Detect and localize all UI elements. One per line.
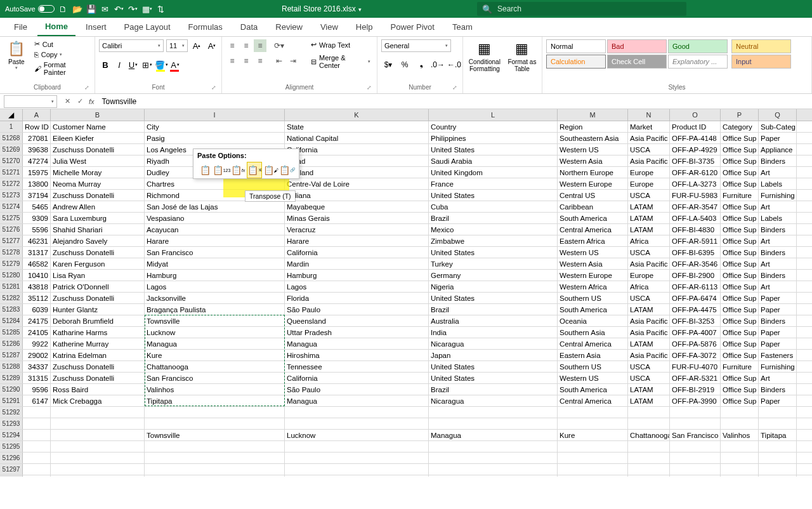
align-left-icon[interactable]: ≡ (226, 55, 239, 67)
cell[interactable]: Appliance (759, 144, 797, 155)
cell[interactable]: Binders (759, 270, 797, 281)
cell[interactable] (51, 441, 145, 452)
cell[interactable]: 31317 (23, 247, 51, 258)
cell[interactable]: LATAM (628, 384, 670, 395)
cell[interactable]: Office Sup (721, 304, 759, 315)
cell[interactable]: Katharine Harms (51, 327, 145, 338)
cell[interactable] (285, 464, 429, 475)
cell[interactable]: 9922 (23, 338, 51, 349)
cell[interactable]: OFF-BI-3735 (670, 155, 721, 166)
cell[interactable]: Western Asia (558, 155, 628, 166)
cell[interactable] (628, 418, 670, 429)
cell[interactable]: Chattanooga (145, 361, 285, 372)
cell[interactable]: Western US (558, 144, 628, 155)
cell[interactable] (759, 475, 797, 477)
cell[interactable]: Office Sup (721, 224, 759, 235)
align-top-icon[interactable]: ≡ (226, 39, 239, 52)
cell[interactable]: 46582 (23, 258, 51, 269)
cell[interactable]: Sub-Categ (759, 121, 797, 132)
tab-view[interactable]: View (313, 18, 346, 36)
cell[interactable]: Office Sup (721, 258, 759, 269)
cell[interactable]: United States (429, 361, 558, 372)
dialog-launcher-icon[interactable]: ⤢ (84, 84, 89, 91)
font-name-dropdown[interactable]: Calibri▾ (99, 39, 164, 52)
cell[interactable] (429, 418, 558, 429)
cell[interactable] (670, 453, 721, 463)
cell[interactable]: Minas Gerais (285, 213, 429, 223)
fill-color-button[interactable]: 🪣▾ (155, 58, 167, 71)
underline-button[interactable]: U▾ (127, 58, 140, 71)
cell[interactable]: LATAM (628, 338, 670, 349)
cell[interactable]: 10410 (23, 270, 51, 281)
cell[interactable] (721, 453, 759, 463)
cell[interactable]: National Capital (285, 133, 429, 143)
cell[interactable]: Office Sup (721, 133, 759, 143)
cell[interactable]: Queensland (285, 315, 429, 326)
cell[interactable] (145, 464, 285, 475)
cell[interactable] (51, 464, 145, 475)
cell[interactable]: Southern Asia (558, 327, 628, 338)
percent-format-icon[interactable]: % (398, 58, 412, 71)
cell[interactable] (51, 407, 145, 418)
paste-values-icon[interactable]: 📋123 (214, 162, 229, 178)
row-header[interactable]: 51277 (0, 235, 23, 246)
comma-format-icon[interactable]: ❟ (414, 58, 428, 71)
cell[interactable]: OFF-LA-3273 (670, 178, 721, 189)
row-header[interactable]: 51280 (0, 270, 23, 281)
borders-button[interactable]: ⊞▾ (141, 58, 154, 71)
cell[interactable]: Brazil (429, 213, 558, 223)
cell[interactable] (285, 418, 429, 429)
style-neutral[interactable]: Neutral (731, 39, 791, 53)
cell[interactable]: California (285, 144, 429, 155)
cell[interactable]: Labels (759, 178, 797, 189)
cell[interactable] (558, 407, 628, 418)
cell[interactable]: Valinhos (145, 384, 285, 395)
style-good[interactable]: Good (668, 39, 728, 53)
format-painter-button[interactable]: 🖌Format Painter (33, 60, 91, 77)
cell[interactable]: OFF-PA-5876 (670, 338, 721, 349)
cell[interactable]: Managua (429, 430, 558, 440)
cell[interactable]: Northern Europe (558, 167, 628, 178)
cell[interactable]: Nicaragua (429, 395, 558, 406)
cell[interactable]: Pasig (145, 133, 285, 143)
cell[interactable]: Managua (285, 395, 429, 406)
cell[interactable]: FUR-FU-4070 (670, 361, 721, 372)
cell[interactable]: Office Sup (721, 395, 759, 406)
cell[interactable] (23, 418, 51, 429)
cell[interactable] (558, 464, 628, 475)
cell[interactable]: Tipitapa (145, 395, 285, 406)
cell[interactable]: City (145, 121, 285, 132)
cell[interactable]: 29002 (23, 350, 51, 360)
worksheet-grid[interactable]: ◢ A B I K L M N O P Q 1Row IDCustomer Na… (0, 109, 812, 477)
cell[interactable]: Region (558, 121, 628, 132)
col-header-P[interactable]: P (721, 109, 759, 121)
undo-icon[interactable]: ↶▾ (114, 4, 124, 14)
cell[interactable]: Western US (558, 247, 628, 258)
cell[interactable]: Office Sup (721, 338, 759, 349)
cell[interactable] (23, 441, 51, 452)
cell[interactable]: 6147 (23, 395, 51, 406)
row-header[interactable]: 51268 (0, 133, 23, 143)
cell[interactable]: Kure (145, 350, 285, 360)
cell[interactable]: Hamburg (285, 270, 429, 281)
new-file-icon[interactable]: 🗋 (58, 4, 69, 14)
row-header[interactable]: 51290 (0, 384, 23, 395)
paste-link-icon[interactable]: 📋🔗 (280, 162, 295, 178)
row-header[interactable]: 51296 (0, 453, 23, 463)
cell[interactable] (721, 475, 759, 477)
paste-formatting-icon[interactable]: 📋🖌 (263, 162, 278, 178)
cell[interactable]: Paper (759, 395, 797, 406)
paste-transpose-icon[interactable]: 📋⤭ (247, 162, 262, 178)
cell[interactable]: France (429, 178, 558, 189)
cell[interactable]: Fasteners (759, 350, 797, 360)
cell[interactable]: Chattanooga (628, 430, 670, 440)
cell[interactable]: Managua (145, 338, 285, 349)
cell[interactable] (429, 453, 558, 463)
cell[interactable]: 34337 (23, 361, 51, 372)
style-explanatory[interactable]: Explanatory ... (668, 55, 728, 69)
cell[interactable]: 24175 (23, 315, 51, 326)
cell[interactable]: LATAM (628, 395, 670, 406)
style-input[interactable]: Input (731, 55, 791, 69)
cell[interactable]: Western Europe (558, 270, 628, 281)
cell[interactable]: Office Sup (721, 384, 759, 395)
